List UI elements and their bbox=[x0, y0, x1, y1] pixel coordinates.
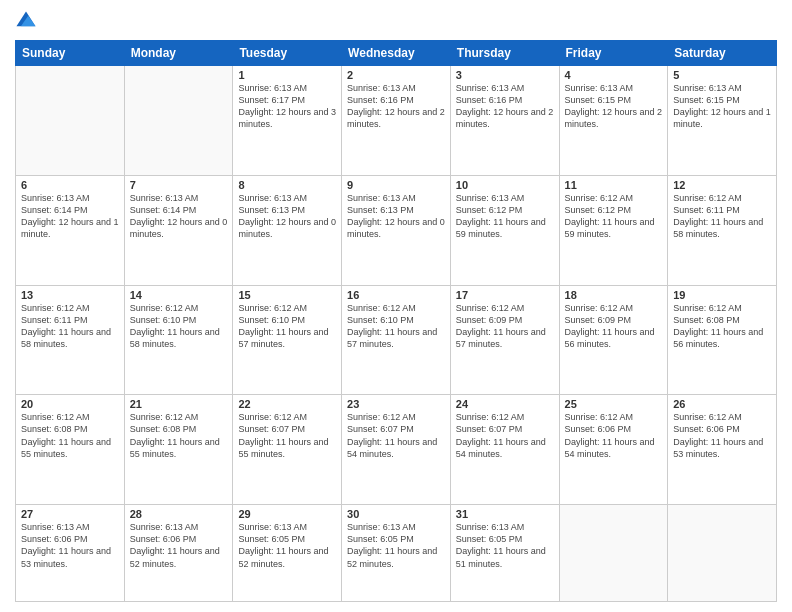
day-number: 13 bbox=[21, 289, 119, 301]
day-number: 25 bbox=[565, 398, 663, 410]
day-number: 10 bbox=[456, 179, 554, 191]
weekday-header-saturday: Saturday bbox=[668, 41, 777, 66]
day-cell: 2Sunrise: 6:13 AM Sunset: 6:16 PM Daylig… bbox=[342, 66, 451, 176]
day-number: 6 bbox=[21, 179, 119, 191]
day-cell: 3Sunrise: 6:13 AM Sunset: 6:16 PM Daylig… bbox=[450, 66, 559, 176]
page: SundayMondayTuesdayWednesdayThursdayFrid… bbox=[0, 0, 792, 612]
day-info: Sunrise: 6:12 AM Sunset: 6:07 PM Dayligh… bbox=[456, 411, 554, 460]
week-row-1: 1Sunrise: 6:13 AM Sunset: 6:17 PM Daylig… bbox=[16, 66, 777, 176]
day-info: Sunrise: 6:12 AM Sunset: 6:09 PM Dayligh… bbox=[456, 302, 554, 351]
day-info: Sunrise: 6:13 AM Sunset: 6:15 PM Dayligh… bbox=[673, 82, 771, 131]
day-number: 4 bbox=[565, 69, 663, 81]
day-info: Sunrise: 6:13 AM Sunset: 6:12 PM Dayligh… bbox=[456, 192, 554, 241]
day-info: Sunrise: 6:12 AM Sunset: 6:06 PM Dayligh… bbox=[565, 411, 663, 460]
day-info: Sunrise: 6:12 AM Sunset: 6:07 PM Dayligh… bbox=[238, 411, 336, 460]
day-info: Sunrise: 6:12 AM Sunset: 6:12 PM Dayligh… bbox=[565, 192, 663, 241]
day-cell: 11Sunrise: 6:12 AM Sunset: 6:12 PM Dayli… bbox=[559, 175, 668, 285]
week-row-3: 13Sunrise: 6:12 AM Sunset: 6:11 PM Dayli… bbox=[16, 285, 777, 395]
day-info: Sunrise: 6:12 AM Sunset: 6:11 PM Dayligh… bbox=[21, 302, 119, 351]
day-cell: 21Sunrise: 6:12 AM Sunset: 6:08 PM Dayli… bbox=[124, 395, 233, 505]
day-number: 16 bbox=[347, 289, 445, 301]
day-info: Sunrise: 6:12 AM Sunset: 6:10 PM Dayligh… bbox=[347, 302, 445, 351]
weekday-header-row: SundayMondayTuesdayWednesdayThursdayFrid… bbox=[16, 41, 777, 66]
day-cell: 29Sunrise: 6:13 AM Sunset: 6:05 PM Dayli… bbox=[233, 505, 342, 602]
day-info: Sunrise: 6:12 AM Sunset: 6:10 PM Dayligh… bbox=[238, 302, 336, 351]
header bbox=[15, 10, 777, 32]
day-info: Sunrise: 6:12 AM Sunset: 6:06 PM Dayligh… bbox=[673, 411, 771, 460]
day-info: Sunrise: 6:13 AM Sunset: 6:15 PM Dayligh… bbox=[565, 82, 663, 131]
day-info: Sunrise: 6:12 AM Sunset: 6:09 PM Dayligh… bbox=[565, 302, 663, 351]
day-info: Sunrise: 6:12 AM Sunset: 6:11 PM Dayligh… bbox=[673, 192, 771, 241]
day-number: 2 bbox=[347, 69, 445, 81]
day-number: 12 bbox=[673, 179, 771, 191]
day-number: 5 bbox=[673, 69, 771, 81]
day-cell: 10Sunrise: 6:13 AM Sunset: 6:12 PM Dayli… bbox=[450, 175, 559, 285]
day-cell bbox=[124, 66, 233, 176]
day-cell: 5Sunrise: 6:13 AM Sunset: 6:15 PM Daylig… bbox=[668, 66, 777, 176]
logo bbox=[15, 10, 39, 32]
day-number: 18 bbox=[565, 289, 663, 301]
day-cell: 18Sunrise: 6:12 AM Sunset: 6:09 PM Dayli… bbox=[559, 285, 668, 395]
day-info: Sunrise: 6:13 AM Sunset: 6:16 PM Dayligh… bbox=[456, 82, 554, 131]
day-info: Sunrise: 6:13 AM Sunset: 6:17 PM Dayligh… bbox=[238, 82, 336, 131]
day-number: 29 bbox=[238, 508, 336, 520]
day-number: 19 bbox=[673, 289, 771, 301]
day-cell: 25Sunrise: 6:12 AM Sunset: 6:06 PM Dayli… bbox=[559, 395, 668, 505]
day-number: 23 bbox=[347, 398, 445, 410]
day-info: Sunrise: 6:12 AM Sunset: 6:08 PM Dayligh… bbox=[673, 302, 771, 351]
day-number: 21 bbox=[130, 398, 228, 410]
day-info: Sunrise: 6:13 AM Sunset: 6:13 PM Dayligh… bbox=[238, 192, 336, 241]
day-number: 27 bbox=[21, 508, 119, 520]
calendar-table: SundayMondayTuesdayWednesdayThursdayFrid… bbox=[15, 40, 777, 602]
day-cell bbox=[559, 505, 668, 602]
day-cell: 23Sunrise: 6:12 AM Sunset: 6:07 PM Dayli… bbox=[342, 395, 451, 505]
day-cell bbox=[16, 66, 125, 176]
day-cell: 13Sunrise: 6:12 AM Sunset: 6:11 PM Dayli… bbox=[16, 285, 125, 395]
day-info: Sunrise: 6:13 AM Sunset: 6:06 PM Dayligh… bbox=[130, 521, 228, 570]
day-number: 26 bbox=[673, 398, 771, 410]
day-cell: 6Sunrise: 6:13 AM Sunset: 6:14 PM Daylig… bbox=[16, 175, 125, 285]
day-number: 8 bbox=[238, 179, 336, 191]
day-cell: 15Sunrise: 6:12 AM Sunset: 6:10 PM Dayli… bbox=[233, 285, 342, 395]
day-info: Sunrise: 6:13 AM Sunset: 6:05 PM Dayligh… bbox=[456, 521, 554, 570]
day-cell: 31Sunrise: 6:13 AM Sunset: 6:05 PM Dayli… bbox=[450, 505, 559, 602]
day-cell: 24Sunrise: 6:12 AM Sunset: 6:07 PM Dayli… bbox=[450, 395, 559, 505]
day-info: Sunrise: 6:13 AM Sunset: 6:06 PM Dayligh… bbox=[21, 521, 119, 570]
week-row-5: 27Sunrise: 6:13 AM Sunset: 6:06 PM Dayli… bbox=[16, 505, 777, 602]
day-info: Sunrise: 6:13 AM Sunset: 6:13 PM Dayligh… bbox=[347, 192, 445, 241]
weekday-header-wednesday: Wednesday bbox=[342, 41, 451, 66]
day-number: 9 bbox=[347, 179, 445, 191]
weekday-header-tuesday: Tuesday bbox=[233, 41, 342, 66]
weekday-header-thursday: Thursday bbox=[450, 41, 559, 66]
week-row-2: 6Sunrise: 6:13 AM Sunset: 6:14 PM Daylig… bbox=[16, 175, 777, 285]
day-cell: 8Sunrise: 6:13 AM Sunset: 6:13 PM Daylig… bbox=[233, 175, 342, 285]
day-cell: 4Sunrise: 6:13 AM Sunset: 6:15 PM Daylig… bbox=[559, 66, 668, 176]
day-info: Sunrise: 6:13 AM Sunset: 6:05 PM Dayligh… bbox=[238, 521, 336, 570]
day-number: 14 bbox=[130, 289, 228, 301]
day-info: Sunrise: 6:13 AM Sunset: 6:14 PM Dayligh… bbox=[21, 192, 119, 241]
day-number: 1 bbox=[238, 69, 336, 81]
weekday-header-monday: Monday bbox=[124, 41, 233, 66]
day-number: 31 bbox=[456, 508, 554, 520]
day-info: Sunrise: 6:12 AM Sunset: 6:07 PM Dayligh… bbox=[347, 411, 445, 460]
day-cell: 17Sunrise: 6:12 AM Sunset: 6:09 PM Dayli… bbox=[450, 285, 559, 395]
day-cell: 9Sunrise: 6:13 AM Sunset: 6:13 PM Daylig… bbox=[342, 175, 451, 285]
day-number: 30 bbox=[347, 508, 445, 520]
day-cell: 1Sunrise: 6:13 AM Sunset: 6:17 PM Daylig… bbox=[233, 66, 342, 176]
day-number: 11 bbox=[565, 179, 663, 191]
day-cell: 12Sunrise: 6:12 AM Sunset: 6:11 PM Dayli… bbox=[668, 175, 777, 285]
day-info: Sunrise: 6:12 AM Sunset: 6:10 PM Dayligh… bbox=[130, 302, 228, 351]
day-cell: 7Sunrise: 6:13 AM Sunset: 6:14 PM Daylig… bbox=[124, 175, 233, 285]
logo-icon bbox=[15, 10, 37, 32]
weekday-header-friday: Friday bbox=[559, 41, 668, 66]
day-number: 22 bbox=[238, 398, 336, 410]
day-cell: 16Sunrise: 6:12 AM Sunset: 6:10 PM Dayli… bbox=[342, 285, 451, 395]
day-number: 17 bbox=[456, 289, 554, 301]
day-number: 7 bbox=[130, 179, 228, 191]
day-cell bbox=[668, 505, 777, 602]
day-cell: 27Sunrise: 6:13 AM Sunset: 6:06 PM Dayli… bbox=[16, 505, 125, 602]
day-info: Sunrise: 6:13 AM Sunset: 6:05 PM Dayligh… bbox=[347, 521, 445, 570]
day-number: 28 bbox=[130, 508, 228, 520]
day-cell: 19Sunrise: 6:12 AM Sunset: 6:08 PM Dayli… bbox=[668, 285, 777, 395]
day-cell: 28Sunrise: 6:13 AM Sunset: 6:06 PM Dayli… bbox=[124, 505, 233, 602]
